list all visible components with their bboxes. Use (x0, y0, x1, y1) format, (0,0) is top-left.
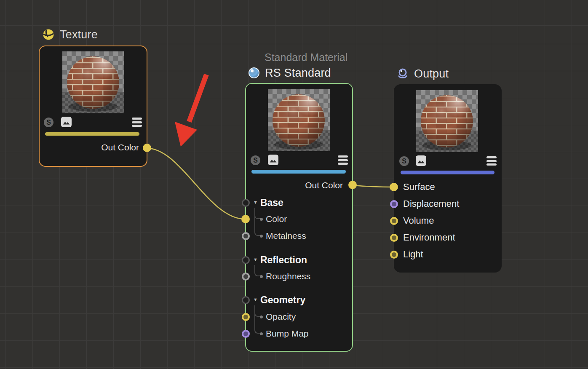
input-row-opacity: Opacity (266, 311, 296, 322)
branch-elbow (254, 310, 260, 317)
geometry-bumpmap-input-port[interactable] (242, 330, 250, 338)
base-section-port[interactable] (242, 199, 250, 207)
branch-bullet (260, 218, 263, 221)
texture-node-header[interactable]: Texture (42, 28, 98, 41)
output-preview-thumbnail[interactable] (416, 90, 478, 152)
branch-elbow (254, 229, 260, 236)
geometry-opacity-input-port[interactable] (242, 313, 250, 321)
solo-badge-icon[interactable]: S (44, 118, 53, 127)
reflection-roughness-input-port[interactable] (242, 273, 250, 281)
menu-icon[interactable] (132, 118, 142, 127)
section-row-geometry[interactable]: ▼ Geometry (253, 294, 305, 305)
texture-node[interactable]: S Out Color (39, 45, 147, 167)
branch-line (254, 208, 255, 232)
menu-icon[interactable] (338, 155, 348, 165)
port-row-environment: Environment (403, 232, 455, 243)
input-row-roughness: Roughness (266, 271, 310, 282)
branch-bullet (260, 316, 263, 318)
wire-texture-outcolor-to-base-color[interactable] (147, 148, 245, 219)
branch-elbow (254, 212, 260, 219)
texture-accent-bar (45, 132, 139, 136)
port-row-surface: Surface (403, 182, 435, 193)
red-annotation-arrow (175, 75, 206, 147)
port-row-light: Light (403, 249, 423, 260)
branch-line (254, 305, 255, 330)
input-row-metalness: Metalness (266, 230, 306, 241)
branch-bullet (260, 332, 263, 335)
base-metalness-input-port[interactable] (242, 232, 250, 240)
section-row-reflection[interactable]: ▼ Reflection (253, 254, 307, 265)
input-row-bumpmap: Bump Map (266, 328, 309, 339)
output-accent-bar (401, 171, 494, 174)
solo-badge-icon[interactable]: S (399, 156, 409, 166)
solo-badge-icon[interactable]: S (251, 155, 260, 165)
arrow-shaft (189, 75, 206, 122)
texture-out-color-label: Out Color (101, 142, 139, 153)
menu-icon[interactable] (486, 156, 497, 166)
section-row-base[interactable]: ▼ Base (253, 197, 283, 208)
input-row-color: Color (266, 214, 287, 225)
texture-preview-thumbnail[interactable] (62, 51, 124, 113)
reflection-section-port[interactable] (242, 256, 250, 264)
output-displacement-port[interactable] (390, 200, 398, 208)
image-icon[interactable] (268, 155, 278, 165)
yellow-shader-ball-icon (42, 28, 55, 41)
wire-outcolor-to-surface[interactable] (353, 185, 394, 187)
image-icon[interactable] (61, 117, 72, 127)
port-row-displacement: Displacement (403, 198, 459, 209)
collapse-triangle-icon[interactable]: ▼ (253, 200, 258, 205)
branch-elbow (254, 270, 260, 276)
output-volume-port[interactable] (390, 217, 398, 225)
material-accent-bar (251, 170, 346, 174)
collapse-triangle-icon[interactable]: ▼ (253, 257, 258, 262)
material-out-color-port[interactable] (348, 181, 357, 189)
collapse-triangle-icon[interactable]: ▼ (253, 297, 258, 302)
output-node[interactable]: S Surface Displacement Volume Environmen… (394, 84, 502, 273)
branch-bullet (260, 275, 263, 278)
branch-bullet (260, 235, 263, 238)
branch-elbow (254, 327, 260, 334)
material-node-category: Standard Material (265, 51, 347, 63)
output-environment-port[interactable] (390, 234, 398, 242)
output-ring-icon (396, 67, 409, 80)
base-color-input-port[interactable] (241, 215, 250, 223)
geometry-section-port[interactable] (242, 296, 250, 304)
blue-sphere-icon (248, 67, 260, 79)
texture-out-color-port[interactable] (143, 144, 151, 152)
arrow-head (175, 122, 197, 147)
material-node-header[interactable]: RS Standard (248, 67, 331, 79)
port-row-volume: Volume (403, 215, 434, 226)
material-out-color-label: Out Color (305, 180, 343, 191)
output-node-title: Output (414, 67, 449, 80)
image-icon[interactable] (416, 155, 426, 166)
output-node-header[interactable]: Output (396, 67, 449, 80)
node-editor-canvas[interactable]: Texture S Out Color Standard Material RS… (0, 0, 588, 369)
output-surface-port[interactable] (390, 183, 398, 191)
material-preview-thumbnail[interactable] (268, 89, 330, 151)
texture-node-title: Texture (60, 28, 98, 41)
material-node[interactable]: S Out Color ▼ Base Color Metalness (245, 83, 353, 352)
material-node-title: RS Standard (265, 67, 331, 79)
output-light-port[interactable] (390, 251, 398, 259)
